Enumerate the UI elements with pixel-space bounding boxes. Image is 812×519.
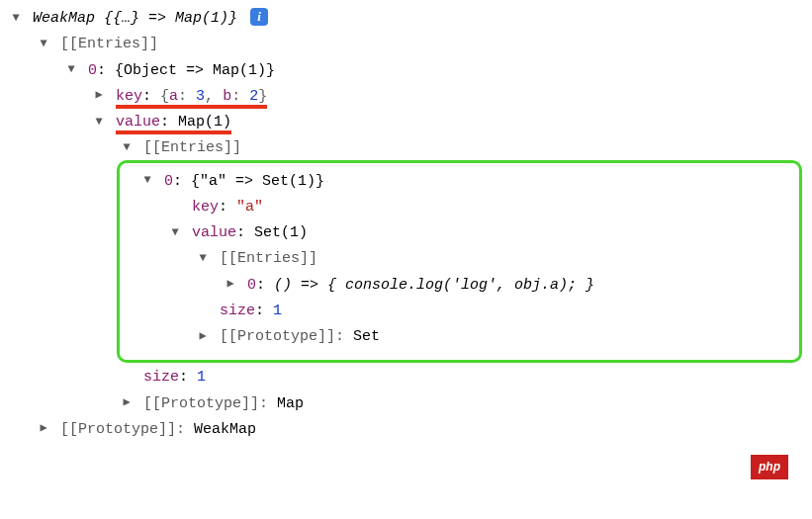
value-map: Map(1): [178, 114, 231, 130]
key-sep: ,: [205, 88, 223, 105]
entry-value-row[interactable]: ▼ value: Map(1): [10, 110, 802, 135]
set-proto-value: Set: [353, 328, 380, 345]
key-a-value: 3: [196, 88, 205, 105]
value-label: value: [116, 114, 160, 130]
entry-index: 0: [88, 62, 97, 79]
inner-set-label: Set(1): [254, 224, 308, 241]
key-open: {: [160, 88, 169, 105]
inner-entry-index: 0: [164, 173, 173, 190]
map-size-label: size: [143, 369, 179, 386]
collapse-arrow-icon[interactable]: ▶: [93, 85, 105, 106]
collapse-arrow-icon[interactable]: ▶: [121, 392, 133, 413]
set-size-row: size: 1: [132, 299, 789, 324]
expand-arrow-icon[interactable]: ▼: [141, 170, 153, 191]
collapse-arrow-icon[interactable]: ▶: [38, 418, 49, 439]
expand-arrow-icon[interactable]: ▼: [197, 248, 209, 269]
inner-entries-label: [[Entries]]: [143, 139, 241, 156]
expand-arrow-icon[interactable]: ▼: [10, 8, 22, 29]
highlighted-box: ▼ 0: {"a" => Set(1)} key: "a" ▼ value: S…: [117, 160, 802, 364]
key-b-name: b: [223, 88, 231, 105]
inner-value-label: value: [192, 224, 236, 241]
inner-value-row[interactable]: ▼ value: Set(1): [132, 220, 789, 246]
inner-entry-0[interactable]: ▼ 0: {"a" => Set(1)}: [132, 169, 789, 195]
expand-arrow-icon[interactable]: ▼: [65, 59, 77, 80]
entry-key-row[interactable]: ▶ key: {a: 3, b: 2}: [10, 84, 802, 110]
entries-label: [[Entries]]: [60, 36, 158, 52]
set-proto-label: [[Prototype]]: [220, 328, 335, 345]
inner-key-row: key: "a": [132, 195, 789, 220]
expand-arrow-icon[interactable]: ▼: [38, 34, 49, 54]
set-entries-section[interactable]: ▼ [[Entries]]: [132, 246, 789, 272]
map-prototype-row[interactable]: ▶ [[Prototype]]: Map: [10, 391, 802, 417]
inner-entry-summary: {"a" => Set(1)}: [191, 173, 324, 190]
expand-arrow-icon[interactable]: ▼: [93, 112, 105, 132]
set-size-label: size: [220, 303, 255, 319]
root-proto-label: [[Prototype]]: [60, 421, 176, 438]
set-entries-label: [[Entries]]: [220, 250, 317, 267]
key-b-value: 2: [249, 88, 258, 105]
entry-preview: {Object => Map(1)}: [115, 62, 275, 79]
set-entry-fn: () => { console.log('log', obj.a); }: [274, 277, 594, 294]
set-prototype-row[interactable]: ▶ [[Prototype]]: Set: [132, 324, 789, 350]
entries-section[interactable]: ▼ [[Entries]]: [10, 32, 802, 57]
root-preview: {{…} => Map(1)}: [104, 10, 237, 27]
key-a-name: a: [169, 88, 178, 105]
expand-arrow-icon[interactable]: ▼: [121, 137, 133, 158]
info-icon[interactable]: i: [250, 8, 268, 26]
map-size-value: 1: [197, 369, 206, 386]
map-size-row: size: 1: [10, 365, 802, 390]
expand-arrow-icon[interactable]: ▼: [169, 222, 181, 243]
root-proto-value: WeakMap: [194, 421, 256, 438]
root-type: WeakMap: [33, 10, 104, 27]
inner-key-value: "a": [236, 199, 263, 216]
map-proto-value: Map: [277, 395, 304, 412]
map-proto-label: [[Prototype]]: [143, 395, 259, 412]
key-label: key: [116, 88, 142, 105]
collapse-arrow-icon[interactable]: ▶: [197, 326, 209, 347]
set-entry-0[interactable]: ▶ 0: () => { console.log('log', obj.a); …: [132, 273, 789, 299]
entry-0[interactable]: ▼ 0: {Object => Map(1)}: [10, 58, 802, 84]
set-entry-index: 0: [247, 277, 256, 294]
inner-key-label: key: [192, 199, 219, 216]
collapse-arrow-icon[interactable]: ▶: [225, 274, 236, 295]
root-summary[interactable]: ▼ WeakMap {{…} => Map(1)} i: [10, 6, 802, 32]
set-size-value: 1: [273, 303, 282, 319]
root-prototype-row[interactable]: ▶ [[Prototype]]: WeakMap: [10, 417, 802, 443]
inner-entries-section[interactable]: ▼ [[Entries]]: [10, 135, 802, 161]
key-close: }: [258, 88, 267, 105]
